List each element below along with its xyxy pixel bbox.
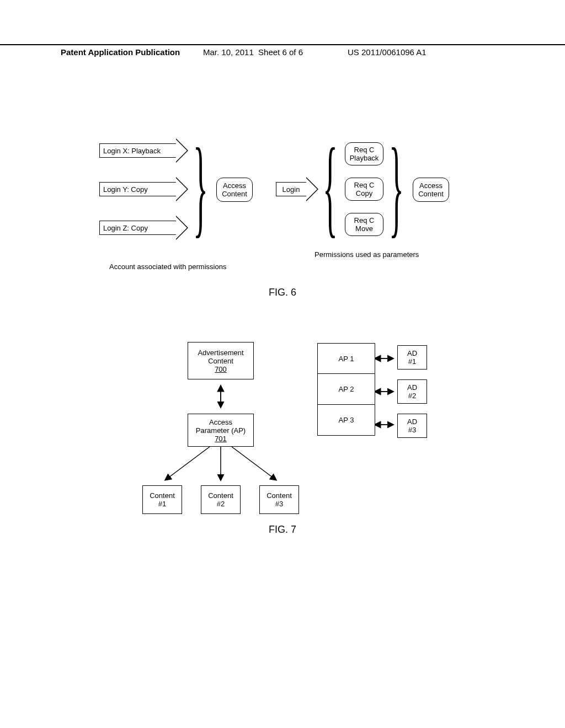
ad1-box: AD #1 [397, 345, 427, 370]
login-y-arrow: Login Y: Copy [99, 182, 177, 196]
figure-6: Login X: Playback Login Y: Copy Login Z:… [0, 132, 565, 314]
page-header: Patent Application Publication Mar. 10, … [0, 44, 565, 47]
ap2-cell: AP 2 [317, 374, 375, 405]
ap3-cell: AP 3 [317, 405, 375, 436]
fig7-label: FIG. 7 [0, 524, 565, 536]
svg-line-2 [166, 447, 210, 480]
svg-line-4 [232, 447, 276, 480]
ad3-box: AD #3 [397, 414, 427, 438]
header-date-sheet: Mar. 10, 2011 Sheet 6 of 6 [203, 47, 303, 57]
fig6-label: FIG. 6 [0, 287, 565, 298]
req-move: Req C Move [345, 213, 383, 236]
access-content-right: Access Content [413, 178, 449, 202]
brace-icon: { [323, 143, 338, 229]
login-x-label: Login X: Playback [99, 143, 177, 158]
login-z-arrow: Login Z: Copy [99, 221, 177, 235]
req-playback: Req C Playback [345, 142, 383, 165]
header-pubnum: US 2011/0061096 A1 [348, 47, 427, 57]
ad2-box: AD #2 [397, 379, 427, 404]
access-content-left: Access Content [216, 178, 253, 202]
brace-icon: } [389, 143, 404, 229]
req-copy: Req C Copy [345, 178, 383, 201]
caption-account-permissions: Account associated with permissions [109, 263, 226, 271]
brace-icon: } [193, 143, 208, 229]
figure-7: Advertisement Content 700 Access Paramet… [0, 336, 565, 563]
login-label: Login [276, 182, 307, 196]
login-x-arrow: Login X: Playback [99, 143, 177, 158]
login-arrow: Login [276, 182, 307, 196]
header-date: Mar. 10, 2011 [203, 47, 254, 57]
ap1-cell: AP 1 [317, 343, 375, 374]
header-publication: Patent Application Publication [61, 47, 180, 57]
caption-permissions-params: Permissions used as parameters [315, 250, 419, 259]
login-y-label: Login Y: Copy [99, 182, 177, 196]
header-sheet: Sheet 6 of 6 [258, 47, 303, 57]
login-z-label: Login Z: Copy [99, 221, 177, 235]
